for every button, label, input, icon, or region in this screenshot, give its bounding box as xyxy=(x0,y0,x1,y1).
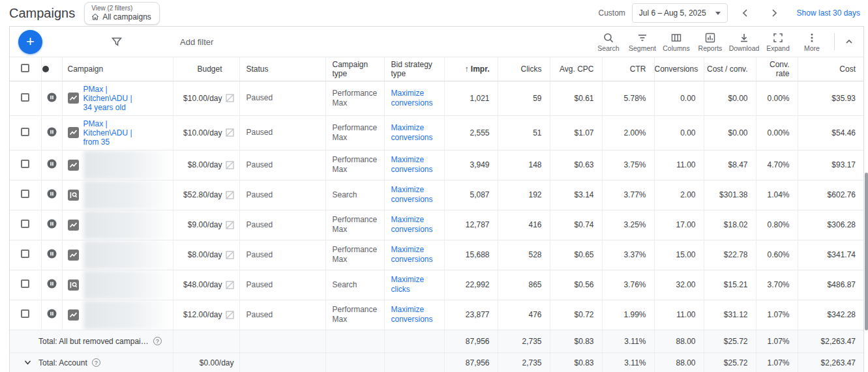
columns-button[interactable]: Columns xyxy=(659,32,693,52)
show-last-30-days-link[interactable]: Show last 30 days xyxy=(797,8,860,18)
campaign-type: Performance Max xyxy=(325,240,384,270)
bid-strategy-link[interactable]: Maximize conversions xyxy=(391,89,433,107)
redacted-campaign-name xyxy=(83,180,173,210)
column-header-ctr[interactable]: CTR xyxy=(602,57,654,81)
bid-strategy-link[interactable]: Maximize conversions xyxy=(391,185,433,204)
next-period-button[interactable] xyxy=(763,6,785,20)
budget-chart-icon[interactable] xyxy=(226,128,234,137)
paused-status-dot-icon[interactable] xyxy=(47,219,57,229)
bid-strategy-link[interactable]: Maximize conversions xyxy=(391,245,433,264)
paused-status-dot-icon[interactable] xyxy=(47,189,57,199)
row-checkbox[interactable] xyxy=(21,93,29,102)
column-header-campaign[interactable]: Campaign xyxy=(62,57,173,81)
bid-strategy-link[interactable]: Maximize conversions xyxy=(391,123,433,142)
campaign-type: Performance Max xyxy=(325,300,384,330)
budget-value: $48.00/day xyxy=(183,280,222,289)
clicks-value: 476 xyxy=(498,300,550,330)
search-button[interactable]: Search xyxy=(591,32,625,52)
clicks-value: 528 xyxy=(498,240,550,270)
budget-chart-icon[interactable] xyxy=(226,281,234,289)
cost-per-conv-value: $15.21 xyxy=(704,270,756,300)
budget-chart-icon[interactable] xyxy=(226,94,234,102)
expand-button[interactable]: Expand xyxy=(761,32,795,52)
row-checkbox[interactable] xyxy=(21,160,29,168)
download-button[interactable]: Download xyxy=(727,32,761,52)
budget-value: $10.00/day xyxy=(183,94,222,103)
total-conversions: 88.00 xyxy=(654,330,704,352)
previous-period-button[interactable] xyxy=(734,6,756,20)
total-cost: $2,263.47 xyxy=(798,330,863,352)
conv-rate-value: 0.00% xyxy=(756,81,798,115)
campaign-status: Paused xyxy=(239,240,325,270)
toolbar-divider xyxy=(834,33,835,50)
campaign-type: Search xyxy=(325,180,384,210)
bid-strategy-link[interactable]: Maximize clicks xyxy=(391,275,425,294)
budget-chart-icon[interactable] xyxy=(226,311,234,319)
campaign-table-row: $8.00/day Paused Performance Max Maximiz… xyxy=(10,150,863,180)
impressions-value: 3,949 xyxy=(444,150,498,180)
date-range-picker[interactable]: Jul 6 – Aug 5, 2025 xyxy=(632,3,728,23)
column-header-status[interactable]: Status xyxy=(239,57,325,81)
collapse-toolbar-button[interactable] xyxy=(840,33,863,51)
column-header-cost[interactable]: Cost xyxy=(798,57,863,81)
column-header-conv-rate[interactable]: Conv. rate xyxy=(756,57,798,81)
campaign-name-link[interactable]: PMax | Kitchen\ADU | 34 years old xyxy=(83,85,132,112)
paused-status-dot-icon[interactable] xyxy=(47,159,57,169)
bid-strategy-link[interactable]: Maximize conversions xyxy=(391,305,433,324)
ctr-value: 1.99% xyxy=(602,300,654,330)
budget-chart-icon[interactable] xyxy=(226,221,234,229)
reports-button[interactable]: Reports xyxy=(693,32,727,52)
help-icon[interactable]: ? xyxy=(153,337,162,345)
help-icon[interactable]: ? xyxy=(92,358,100,367)
row-checkbox[interactable] xyxy=(21,190,29,198)
row-checkbox[interactable] xyxy=(21,128,29,136)
column-header-conversions[interactable]: Conversions xyxy=(654,57,704,81)
filter-funnel-icon[interactable] xyxy=(111,36,123,48)
segment-button[interactable]: Segment xyxy=(625,32,659,52)
total-clicks: 2,735 xyxy=(498,352,550,372)
column-header-budget[interactable]: Budget xyxy=(173,57,239,81)
paused-status-dot-icon[interactable] xyxy=(47,279,57,289)
add-campaign-button[interactable]: + xyxy=(18,30,42,54)
campaign-name-link[interactable]: PMax | Kitchen\ADU | from 35 xyxy=(83,119,132,147)
more-icon xyxy=(806,32,818,44)
column-header-clicks[interactable]: Clicks xyxy=(498,57,550,81)
cost-per-conv-value: $301.38 xyxy=(704,180,756,210)
budget-chart-icon[interactable] xyxy=(226,161,234,169)
ctr-value: 3.25% xyxy=(602,210,654,240)
more-button[interactable]: More xyxy=(795,32,829,52)
table-toolbar: + Add filter Search Segment xyxy=(10,27,863,57)
paused-status-dot-icon[interactable] xyxy=(47,249,57,259)
row-checkbox[interactable] xyxy=(21,309,29,318)
column-header-avg-cpc[interactable]: Avg. CPC xyxy=(550,57,602,81)
budget-chart-icon[interactable] xyxy=(226,191,234,199)
toolbar-actions: Search Segment Columns xyxy=(591,32,863,52)
row-checkbox[interactable] xyxy=(21,220,29,228)
column-header-bid-strategy-type[interactable]: Bid strategy type xyxy=(384,57,444,81)
column-header-impr[interactable]: ↑ Impr. xyxy=(444,57,498,81)
date-range-value: Jul 6 – Aug 5, 2025 xyxy=(639,8,706,18)
vertical-scrollbar-thumb[interactable] xyxy=(865,173,868,330)
total-label: Total: All but removed campai… xyxy=(38,337,149,346)
budget-chart-icon[interactable] xyxy=(226,251,234,259)
row-checkbox[interactable] xyxy=(21,279,29,288)
view-selector-chip[interactable]: View (2 filters) All campaigns xyxy=(84,2,160,25)
row-checkbox[interactable] xyxy=(21,250,29,258)
performance-max-campaign-icon xyxy=(68,160,79,171)
paused-status-dot-icon[interactable] xyxy=(47,309,57,319)
status-column-icon[interactable] xyxy=(42,65,62,73)
add-filter-button[interactable]: Add filter xyxy=(180,37,213,47)
column-header-campaign-type[interactable]: Campaign type xyxy=(325,57,384,81)
paused-status-dot-icon[interactable] xyxy=(47,93,57,102)
campaign-status: Paused xyxy=(239,210,325,240)
campaign-type: Search xyxy=(325,270,384,300)
bid-strategy-link[interactable]: Maximize conversions xyxy=(391,155,433,174)
performance-max-campaign-icon xyxy=(68,127,79,138)
expand-account-chevron-icon[interactable] xyxy=(16,358,38,367)
redacted-campaign-name xyxy=(83,210,173,240)
select-all-checkbox[interactable] xyxy=(21,64,29,72)
bid-strategy-link[interactable]: Maximize conversions xyxy=(391,215,433,234)
avg-cpc-value: $1.07 xyxy=(550,115,602,150)
column-header-cost-conv[interactable]: Cost / conv. xyxy=(704,57,756,81)
paused-status-dot-icon[interactable] xyxy=(47,127,57,137)
